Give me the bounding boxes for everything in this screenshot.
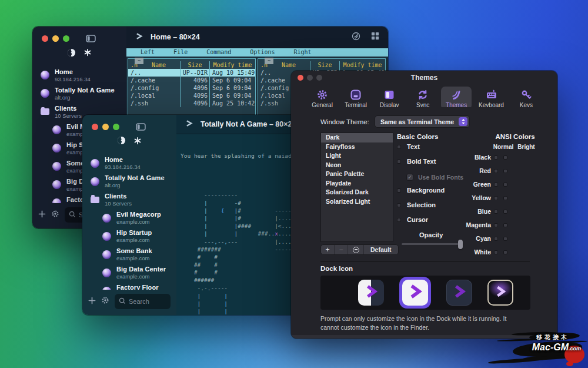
ansi-bright-swatch[interactable] [503, 210, 507, 214]
mc-header-row: .nNameSizeModify time [128, 61, 255, 69]
theme-list-item-solarized-light[interactable]: Solarized Light [321, 197, 393, 207]
dock-icon-keycap[interactable] [487, 280, 513, 306]
zoom-button[interactable] [113, 124, 119, 130]
gear-icon[interactable] [101, 296, 109, 307]
ansi-bright-swatch[interactable] [503, 169, 507, 173]
mc-menu-right[interactable]: Right [294, 49, 312, 55]
close-button[interactable] [92, 124, 98, 130]
theme-list-item-light[interactable]: Light [321, 151, 393, 161]
sidebar-item-home[interactable]: Home93.184.216.34 [82, 154, 176, 173]
ansi-normal-swatch[interactable] [494, 210, 498, 214]
ansi-bright-swatch[interactable] [503, 183, 507, 187]
theme-list-item-panic-palette[interactable]: Panic Palette [321, 170, 393, 179]
dock-icon-dark[interactable] [446, 280, 472, 306]
window-theme-row: Window Theme: Same as Terminal Theme [320, 115, 470, 128]
mc-menu-file[interactable]: File [173, 49, 188, 55]
ansi-normal-swatch[interactable] [494, 183, 498, 187]
mc-file-row[interactable]: /.config4096Sep 6 09:04 [128, 84, 255, 92]
close-button[interactable] [298, 75, 303, 81]
sidebar-item-text: Clients10 Servers [105, 193, 132, 207]
selection-color-swatch[interactable] [397, 203, 401, 207]
search-input[interactable] [129, 298, 166, 305]
dock-icon-auto[interactable] [358, 280, 384, 306]
ansi-normal-swatch[interactable] [494, 250, 498, 254]
sidebar-item-some-bank[interactable]: Some Bankexample.com [82, 246, 176, 264]
remove-theme-button[interactable]: − [335, 245, 348, 254]
theme-list-item-playdate[interactable]: Playdate [321, 179, 393, 188]
tab-keys[interactable]: Keys [511, 87, 542, 110]
tab-themes[interactable]: Themes [441, 87, 472, 110]
zoom-button[interactable] [316, 75, 322, 81]
gear-icon[interactable] [51, 210, 59, 220]
theme-list-item-solarized-dark[interactable]: Solarized Dark [321, 188, 393, 197]
add-theme-button[interactable]: + [321, 245, 335, 254]
minimize-button[interactable] [102, 124, 109, 130]
dock-icon-light-selected[interactable] [399, 277, 431, 309]
sidebar-toggle-icon[interactable] [86, 35, 96, 42]
prompt-chevron-icon [452, 284, 467, 301]
tab-terminal[interactable]: Terminal [340, 87, 371, 110]
ansi-bright-swatch[interactable] [503, 196, 507, 200]
watermark-text-cn: 移花接木 [536, 333, 569, 342]
mc-menu-command[interactable]: Command [206, 49, 231, 55]
basic-color-row-text: Text [397, 143, 420, 150]
prompt-chevron-icon [494, 285, 507, 300]
tab-general[interactable]: General [307, 87, 338, 110]
ansi-normal-swatch[interactable] [494, 223, 498, 227]
add-server-icon[interactable] [38, 210, 46, 220]
more-options-button[interactable] [348, 245, 364, 254]
bold-text-color-swatch[interactable] [397, 160, 401, 164]
text-color-label: Text [407, 143, 420, 150]
ansi-colors-header: ANSI Colors [494, 133, 536, 140]
theme-list-buttons: + − Default [320, 244, 399, 255]
ansi-bright-swatch[interactable] [503, 250, 507, 254]
ansi-bright-swatch[interactable] [503, 237, 507, 241]
minimize-button[interactable] [52, 35, 59, 42]
display-icon [383, 88, 395, 101]
theme-list-item-dark[interactable]: Dark [321, 133, 393, 142]
sidebar-toggle-icon[interactable] [136, 123, 146, 131]
sidebar-item-totally-not-a-game[interactable]: Totally Not A Gamealt.org [82, 173, 176, 191]
clips-icon[interactable] [352, 32, 360, 43]
use-bold-fonts-checkbox[interactable]: ✓ [406, 174, 413, 181]
mc-file-row[interactable]: /.ssh4096Aug 25 10:42 [128, 100, 255, 107]
ansi-bright-swatch[interactable] [503, 155, 507, 160]
tab-display[interactable]: Display [374, 87, 405, 110]
mc-menu-options[interactable]: Options [250, 49, 275, 55]
ansi-normal-swatch[interactable] [494, 196, 498, 200]
grid-icon[interactable] [371, 32, 379, 42]
sidebar-item-clients[interactable]: Clients10 Servers [82, 191, 176, 209]
sidebar-item-evil-megacorp[interactable]: Evil Megacorpexample.com [82, 209, 176, 227]
ansi-normal-swatch[interactable] [494, 155, 498, 160]
sidebar-item-totally-not-a-game[interactable]: Totally Not A Gamealt.org [32, 84, 126, 102]
tab-keyboard[interactable]: Keyboard [475, 87, 508, 110]
tab-sync[interactable]: Sync [407, 87, 438, 110]
ansi-normal-column-header: Normal [492, 144, 514, 150]
default-theme-button[interactable]: Default [364, 245, 398, 254]
mc-menu-left[interactable]: Left [141, 49, 155, 55]
theme-list-item-neon[interactable]: Neon [321, 161, 393, 170]
background-color-swatch[interactable] [397, 188, 401, 193]
minimize-button[interactable] [307, 75, 313, 81]
sidebar-item-big-data-center[interactable]: Big Data Centerexample.com [82, 264, 176, 282]
sidebar-item-hip-startup[interactable]: Hip Startupexample.com [82, 227, 176, 246]
window-theme-dropdown[interactable]: Same as Terminal Theme [375, 115, 470, 128]
mc-file-row[interactable]: /.cache4096Sep 6 09:04 [128, 77, 255, 84]
text-color-swatch[interactable] [397, 145, 401, 149]
opacity-slider[interactable] [402, 243, 463, 245]
zoom-button[interactable] [63, 35, 69, 42]
cursor-color-swatch[interactable] [397, 218, 401, 222]
ansi-color-label: Red [456, 167, 491, 174]
mc-file-row[interactable]: /..UP--DIRAug 10 15:49 [128, 69, 255, 77]
theme-list-item-fairyfloss[interactable]: Fairyfloss [321, 142, 393, 152]
ansi-bright-swatch[interactable] [503, 223, 507, 227]
ansi-normal-swatch[interactable] [494, 169, 498, 173]
search-box[interactable] [115, 294, 171, 309]
mc-file-row[interactable]: /.local4096Sep 6 09:04 [128, 92, 255, 100]
sidebar-item-factory-floor[interactable]: Factory Floorexample.com [82, 282, 176, 290]
sidebar-item-home[interactable]: Home93.184.216.34 [32, 66, 126, 84]
ansi-normal-swatch[interactable] [494, 237, 498, 241]
traffic-lights [298, 75, 322, 81]
add-server-icon[interactable] [88, 296, 96, 307]
close-button[interactable] [42, 35, 48, 42]
